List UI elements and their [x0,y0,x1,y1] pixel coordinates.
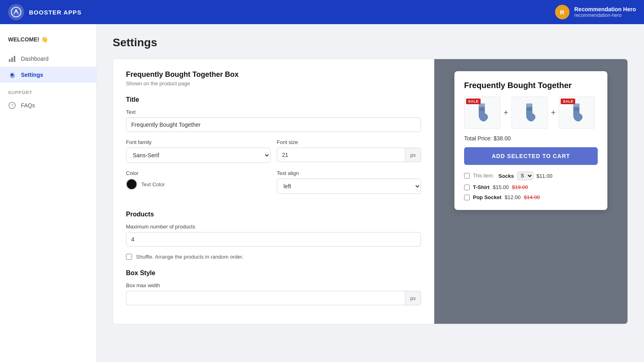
font-size-group: Font size px [277,139,421,163]
font-size-label: Font size [277,139,421,145]
sale-badge-3: SALE [561,99,575,104]
color-group: Color Text Color [126,170,270,194]
products-subsection: Products [126,211,421,218]
user-name: Recommendation Hero [574,6,636,12]
item-1-label: This item: [473,173,495,179]
text-form-group: Text [126,109,421,132]
svg-rect-4 [14,56,15,62]
item-2-checkbox[interactable] [464,185,470,190]
item-1-checkbox[interactable] [464,173,470,179]
max-products-group: Maximum number of products [126,224,421,247]
product-images-row: SALE + [464,97,598,129]
product-image-1: SALE [464,97,500,129]
app-header: BOOSTER APPS R Recommendation Hero recom… [0,0,644,24]
max-products-input[interactable] [126,232,421,247]
item-1-size-select[interactable]: SML [517,171,533,180]
header-right: R Recommendation Hero recommendation-her… [555,5,636,19]
sidebar-item-label: Settings [21,72,43,78]
box-max-width-label: Box max width [126,282,421,288]
list-item-3: Pop Socket $12.00 $14.00 [464,194,598,200]
header-left: BOOSTER APPS [8,4,82,20]
item-2-name: T-Shirt [473,184,489,190]
sidebar-item-label: FAQs [21,102,35,109]
add-to-cart-button[interactable]: ADD SELECTED TO CART [464,147,598,165]
font-size-input[interactable] [277,148,405,162]
sidebar-item-faqs[interactable]: ? FAQs [0,97,96,113]
font-size-unit: px [405,148,421,162]
item-1-price: $11.00 [537,173,553,179]
product-image-3: SALE [559,97,595,129]
total-price-value: $38.00 [493,135,511,142]
text-align-label: Text align [277,170,421,176]
total-price: Total Price: $38.00 [464,135,598,142]
font-family-label: Font family [126,139,270,145]
plus-sign-2: + [551,108,556,117]
box-max-width-wrapper: px [126,291,421,305]
text-align-group: Text align left center right [277,170,421,194]
font-family-group: Font family Sans-Serif Serif Monospace C… [126,139,270,163]
svg-point-1 [15,10,17,12]
total-price-label: Total Price: [464,135,492,142]
user-avatar[interactable]: R [555,5,570,19]
color-label: Color [126,170,270,176]
item-3-checkbox[interactable] [464,195,470,200]
gear-icon [8,71,16,79]
item-3-original-price: $14.00 [524,194,540,200]
chart-icon [8,55,16,63]
plus-sign-1: + [504,108,508,117]
svg-rect-3 [11,58,13,62]
box-max-width-group: Box max width px [126,282,421,305]
logo-icon [8,4,24,20]
item-3-name: Pop Socket [473,194,502,200]
text-input[interactable] [126,117,421,132]
sidebar-item-settings[interactable]: Settings [0,67,96,83]
preview-card: Frequently Bought Together SALE [454,71,607,210]
list-item-1: This item: Socks SML $11.00 [464,171,598,180]
text-label: Text [126,109,421,115]
section-title: Frequently Bought Together Box [126,70,421,79]
question-icon: ? [8,101,16,109]
user-info: Recommendation Hero recommendation-hero [574,6,636,18]
section-subtitle: Shown on the product page [126,80,421,86]
title-subsection: Title [126,96,421,103]
item-3-price: $12.00 [505,194,521,200]
text-align-select[interactable]: left center right [277,179,421,194]
sidebar-item-dashboard[interactable]: Dashboard [0,51,96,67]
sidebar-item-label: Dashboard [21,56,49,62]
settings-form: Frequently Bought Together Box Shown on … [113,59,434,324]
product-list: This item: Socks SML $11.00 T-Shirt [464,171,598,200]
shuffle-checkbox[interactable] [126,254,132,260]
item-2-price: $15.00 [493,184,509,190]
sidebar: WELCOME! 👋 Dashboard Settings SUPPORT [0,24,97,362]
product-image-2 [512,97,548,129]
settings-preview: Frequently Bought Together SALE [434,59,627,324]
shuffle-checkbox-row: Shuffle. Arrange the products in random … [126,254,421,260]
box-max-width-unit: px [405,291,421,305]
svg-text:?: ? [11,103,14,108]
app-name: BOOSTER APPS [29,9,82,16]
user-sub: recommendation-hero [574,12,636,18]
color-row: Text Color [126,179,270,190]
settings-card: Frequently Bought Together Box Shown on … [113,59,628,324]
main-content: Settings Frequently Bought Together Box … [97,24,644,362]
item-1-name: Socks [498,173,514,179]
color-swatch[interactable] [126,179,137,190]
box-style-subsection: Box Style [126,269,421,277]
sidebar-welcome: WELCOME! 👋 [0,32,96,51]
box-max-width-input[interactable] [126,291,405,305]
sale-badge-1: SALE [466,99,481,104]
text-color-label: Text Color [141,181,165,187]
sidebar-section-support: SUPPORT [0,83,96,97]
preview-title: Frequently Bought Together [464,81,598,90]
max-products-label: Maximum number of products [126,224,421,230]
item-2-original-price: $19.00 [512,184,528,190]
font-size-input-wrapper: px [277,148,421,162]
page-title: Settings [113,36,628,49]
list-item-2: T-Shirt $15.00 $19.00 [464,184,598,190]
font-family-select[interactable]: Sans-Serif Serif Monospace Cursive [126,148,270,163]
shuffle-label[interactable]: Shuffle. Arrange the products in random … [136,254,243,260]
svg-rect-2 [9,59,10,62]
